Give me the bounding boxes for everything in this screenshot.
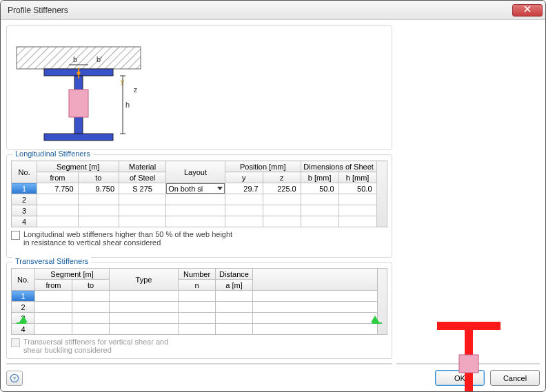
support-bar (372, 322, 382, 324)
transversal-table[interactable]: No. Segment [m] Type Number Distance fro… (11, 268, 387, 335)
col-from: from (35, 280, 72, 291)
cell-layout[interactable]: On both si (166, 183, 225, 194)
svg-rect-2 (17, 47, 141, 69)
col-y: y (225, 172, 263, 183)
col-b: b [mm] (301, 172, 338, 183)
beam-preview (6, 363, 392, 364)
row-no[interactable]: 1 (12, 183, 37, 194)
transversal-legend: Transversal Stiffeners (12, 257, 91, 265)
cell-material[interactable]: S 275 (119, 183, 166, 194)
col-number-l1: Number (179, 269, 216, 280)
cell-h[interactable]: 50.0 (338, 183, 376, 194)
longitudinal-table[interactable]: No. Segment [m] Material Layout Position… (11, 161, 387, 227)
transversal-group: Transversal Stiffeners No. Segment [m] T… (6, 262, 392, 359)
label-b: b (73, 55, 77, 63)
transversal-checkbox-row: Transversal stiffeners for vertical shea… (11, 338, 387, 354)
table-row[interactable]: 2 (12, 302, 387, 313)
col-no: No. (12, 161, 37, 183)
col-dim: Dimensions of Sheet (301, 161, 376, 172)
col-type: Type (110, 269, 179, 291)
chevron-down-icon (217, 187, 223, 190)
checkbox (11, 338, 20, 347)
col-h: h [mm] (338, 172, 376, 183)
titlebar: Profile Stiffeners (1, 1, 545, 20)
longitudinal-group: Longitudinal Stiffeners No. Segment [m] … (6, 154, 392, 258)
stiffener-diagram: b b' y h z (6, 25, 392, 150)
support-bar (17, 322, 26, 324)
table-row[interactable]: 2 (12, 194, 387, 205)
support-left-icon (19, 316, 28, 322)
window-title: Profile Stiffeners (8, 6, 512, 15)
layout-dropdown[interactable]: On both si (166, 183, 225, 194)
table-row[interactable]: 4 (12, 216, 387, 227)
col-to: to (72, 280, 110, 291)
svg-rect-5 (44, 134, 113, 141)
label-z: z (134, 86, 137, 94)
cell-y[interactable]: 29.7 (225, 183, 263, 194)
section-svg (397, 312, 540, 392)
col-to: to (78, 172, 119, 183)
checkbox-label: Transversal stiffeners for vertical shea… (23, 338, 168, 346)
table-row[interactable]: 1 (12, 291, 387, 302)
cell-from[interactable]: 7.750 (37, 183, 78, 194)
checkbox[interactable] (11, 231, 20, 240)
svg-point-12 (77, 72, 81, 75)
cell-to[interactable]: 9.750 (78, 183, 119, 194)
cell-b[interactable]: 50.0 (301, 183, 338, 194)
col-layout: Layout (166, 161, 225, 183)
help-icon: ? (10, 373, 19, 383)
checkbox-label: Longitudinal web stiffeners higher than … (23, 230, 232, 238)
support-right-icon (371, 316, 379, 322)
col-from: from (37, 172, 78, 183)
svg-rect-6 (69, 90, 88, 117)
checkbox-label: in resistance to vertical shear consider… (23, 238, 232, 247)
close-icon (524, 6, 531, 12)
scrollbar[interactable] (376, 161, 387, 227)
longitudinal-checkbox-row[interactable]: Longitudinal web stiffeners higher than … (11, 230, 387, 247)
col-distance-l2: a [m] (216, 280, 253, 291)
col-number-l2: n (179, 280, 216, 291)
col-distance-l1: Distance (216, 269, 253, 280)
diagram-svg: b b' y h z (7, 26, 150, 150)
scrollbar[interactable] (378, 269, 387, 335)
cell-z[interactable]: 225.0 (263, 183, 301, 194)
col-position: Position [mm] (225, 161, 301, 172)
table-row[interactable]: 4 (12, 324, 387, 335)
svg-rect-16 (459, 355, 478, 373)
col-segment: Segment [m] (35, 269, 110, 280)
col-material-l1: Material (119, 161, 166, 172)
table-row[interactable]: 1 7.750 9.750 S 275 On both si 29.7 225.… (12, 183, 387, 194)
col-segment: Segment [m] (37, 161, 119, 172)
col-z: z (263, 172, 301, 183)
label-bprime: b' (97, 55, 102, 63)
help-button[interactable]: ? (6, 371, 23, 386)
svg-text:?: ? (13, 375, 17, 382)
checkbox-label: shear buckling considered (23, 346, 168, 354)
close-button[interactable] (512, 4, 543, 17)
section-preview (396, 363, 540, 364)
col-no: No. (12, 269, 35, 291)
label-h: h (125, 101, 130, 109)
col-material-l2: of Steel (119, 172, 166, 183)
table-row[interactable]: 3 (12, 313, 387, 324)
table-row[interactable]: 3 (12, 205, 387, 216)
longitudinal-legend: Longitudinal Stiffeners (12, 149, 93, 158)
